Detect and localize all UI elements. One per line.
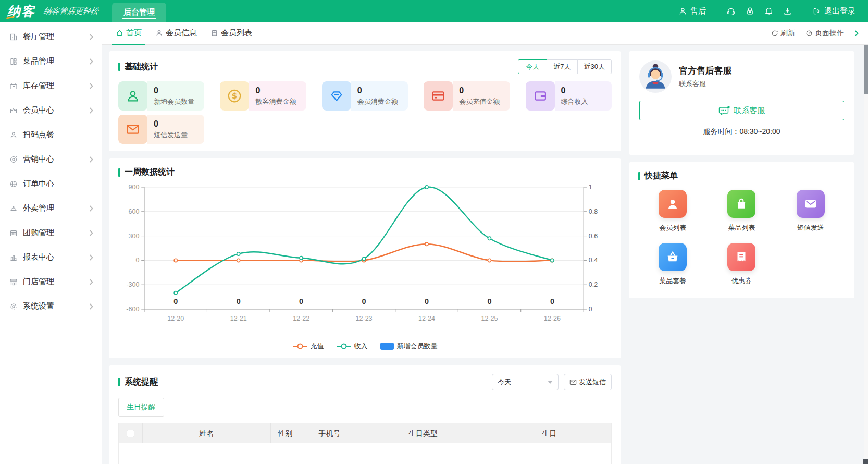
page-operations-icon bbox=[805, 30, 813, 37]
vertical-scrollbar[interactable] bbox=[864, 45, 868, 464]
chart-legend: 充值 收入 新增会员数量 bbox=[118, 341, 612, 354]
quick-member-list[interactable]: 会员列表 bbox=[659, 190, 687, 233]
filter-7days[interactable]: 近7天 bbox=[547, 59, 577, 74]
svg-text:0: 0 bbox=[589, 305, 592, 313]
quick-sms-send[interactable]: 短信发送 bbox=[797, 190, 825, 233]
birthday-reminder-tab[interactable]: 生日提醒 bbox=[118, 398, 164, 417]
chevron-right-icon bbox=[89, 279, 93, 285]
page-tabbar: 首页 会员信息 会员列表 刷新 页面操作 bbox=[102, 22, 868, 45]
tab-member-list[interactable]: 会员列表 bbox=[204, 22, 259, 45]
marketing-icon bbox=[9, 155, 18, 164]
brand-area: 纳客 纳客管店更轻松 bbox=[0, 0, 98, 22]
sidebar-item-label: 订单中心 bbox=[23, 179, 93, 189]
svg-text:0: 0 bbox=[362, 297, 366, 306]
sidebar-item-label: 菜品管理 bbox=[23, 56, 89, 66]
sidebar-item-reports[interactable]: 报表中心 bbox=[0, 245, 102, 270]
sidebar-item-takeout[interactable]: 外卖管理 bbox=[0, 196, 102, 221]
member-info-icon bbox=[155, 29, 163, 37]
bell-icon[interactable] bbox=[764, 7, 773, 16]
service-title: 官方售后客服 bbox=[679, 65, 732, 77]
chat-bubble-icon bbox=[718, 105, 730, 116]
line-swatch-icon bbox=[337, 343, 351, 350]
filter-today[interactable]: 今天 bbox=[518, 59, 547, 74]
top-header: 纳客 纳客管店更轻松 后台管理 售后 退出登录 bbox=[0, 0, 868, 22]
sidebar-item-stores[interactable]: 门店管理 bbox=[0, 270, 102, 294]
support-link[interactable]: 售后 bbox=[678, 6, 706, 16]
settings-icon bbox=[9, 302, 18, 311]
svg-text:900: 900 bbox=[129, 183, 140, 191]
col-phone: 手机号 bbox=[300, 423, 359, 443]
legend-income[interactable]: 收入 bbox=[337, 341, 368, 351]
sidebar-item-members[interactable]: 会员中心 bbox=[0, 98, 102, 123]
quick-dish-combo[interactable]: 菜品套餐 bbox=[659, 243, 687, 286]
svg-text:0.6: 0.6 bbox=[589, 231, 598, 239]
sidebar-item-inventory[interactable]: 库存管理 bbox=[0, 74, 102, 98]
headset-icon[interactable] bbox=[726, 6, 736, 16]
combo-basket-icon bbox=[659, 243, 687, 271]
sidebar-item-groupbuy[interactable]: 团购管理 bbox=[0, 221, 102, 245]
service-subtitle: 联系客服 bbox=[679, 79, 732, 89]
svg-text:0.8: 0.8 bbox=[589, 207, 598, 215]
stat-new-members: 0新增会员数量 bbox=[118, 81, 204, 111]
svg-text:300: 300 bbox=[129, 231, 140, 239]
chevron-right-icon bbox=[89, 34, 93, 40]
download-icon[interactable] bbox=[783, 7, 792, 16]
sidebar-item-scan-order[interactable]: 扫码点餐 bbox=[0, 123, 102, 147]
col-birthday-type: 生日类型 bbox=[359, 423, 488, 443]
sidebar-item-restaurant[interactable]: 餐厅管理 bbox=[0, 25, 102, 49]
quick-menu-card: 快捷菜单 会员列表 菜品列表 短信发送 bbox=[629, 162, 854, 298]
service-avatar bbox=[639, 60, 672, 93]
filter-30days[interactable]: 近30天 bbox=[577, 59, 612, 74]
sidebar-item-dishes[interactable]: 菜品管理 bbox=[0, 49, 102, 74]
svg-text:0: 0 bbox=[487, 297, 491, 306]
sidebar-item-marketing[interactable]: 营销中心 bbox=[0, 147, 102, 172]
chevron-right-icon bbox=[89, 58, 93, 65]
tab-member-info[interactable]: 会员信息 bbox=[148, 22, 204, 45]
main-content: 基础统计 今天 近7天 近30天 0新增会员数量 $ bbox=[102, 45, 868, 464]
header-divider bbox=[716, 7, 716, 15]
sidebar-item-orders[interactable]: 订单中心 bbox=[0, 172, 102, 196]
svg-text:-300: -300 bbox=[126, 280, 139, 288]
member-list-icon bbox=[210, 29, 218, 37]
sidebar-item-label: 餐厅管理 bbox=[23, 32, 89, 42]
report-icon bbox=[9, 253, 18, 262]
reminder-date-select[interactable]: 今天 bbox=[492, 374, 559, 390]
header-actions: 售后 退出登录 bbox=[678, 0, 868, 22]
svg-text:12-22: 12-22 bbox=[293, 314, 309, 322]
send-sms-button[interactable]: 发送短信 bbox=[564, 374, 612, 390]
tab-home[interactable]: 首页 bbox=[109, 22, 148, 45]
nav-tab-label: 后台管理 bbox=[123, 7, 155, 17]
legend-recharge[interactable]: 充值 bbox=[293, 341, 324, 351]
scrollbar-thumb[interactable] bbox=[864, 45, 868, 94]
system-reminder-title: 系统提醒 bbox=[118, 377, 158, 388]
sidebar-item-label: 库存管理 bbox=[23, 81, 89, 91]
sidebar-item-settings[interactable]: 系统设置 bbox=[0, 294, 102, 319]
refresh-button[interactable]: 刷新 bbox=[771, 29, 795, 38]
stat-total-income: 0综合收入 bbox=[526, 81, 612, 111]
legend-new-members[interactable]: 新增会员数量 bbox=[380, 341, 438, 351]
quick-coupon[interactable]: 优惠券 bbox=[727, 243, 755, 286]
expand-chevron-icon[interactable] bbox=[854, 30, 859, 36]
quick-dish-list[interactable]: 菜品列表 bbox=[727, 190, 755, 233]
svg-text:0: 0 bbox=[237, 297, 241, 306]
chevron-down-icon bbox=[548, 381, 553, 384]
envelope-icon bbox=[569, 378, 577, 386]
sidebar-item-label: 扫码点餐 bbox=[23, 130, 93, 140]
member-crown-icon bbox=[9, 106, 18, 115]
home-icon bbox=[116, 29, 123, 37]
page-operations-button[interactable]: 页面操作 bbox=[805, 29, 844, 38]
sidebar-item-label: 会员中心 bbox=[23, 105, 89, 115]
line-swatch-icon bbox=[293, 343, 307, 350]
nav-tab-backend[interactable]: 后台管理 bbox=[112, 3, 166, 22]
scan-order-icon bbox=[9, 131, 18, 139]
service-time: 服务时间：08:30~20:00 bbox=[639, 127, 844, 137]
svg-text:600: 600 bbox=[129, 207, 140, 215]
stats-grid: 0新增会员数量 $ 0散客消费金额 0会员消费金额 0会员充值金额 bbox=[118, 81, 612, 144]
contact-service-button[interactable]: 联系客服 bbox=[639, 101, 844, 120]
week-data-chart: 9006003000-300-60010.80.60.40.2012-20012… bbox=[118, 180, 612, 341]
restaurant-icon bbox=[9, 33, 18, 41]
select-all-checkbox[interactable] bbox=[127, 430, 134, 437]
lock-icon[interactable] bbox=[746, 7, 754, 16]
tabbar-actions: 刷新 页面操作 bbox=[771, 29, 859, 38]
logout-link[interactable]: 退出登录 bbox=[812, 6, 855, 16]
